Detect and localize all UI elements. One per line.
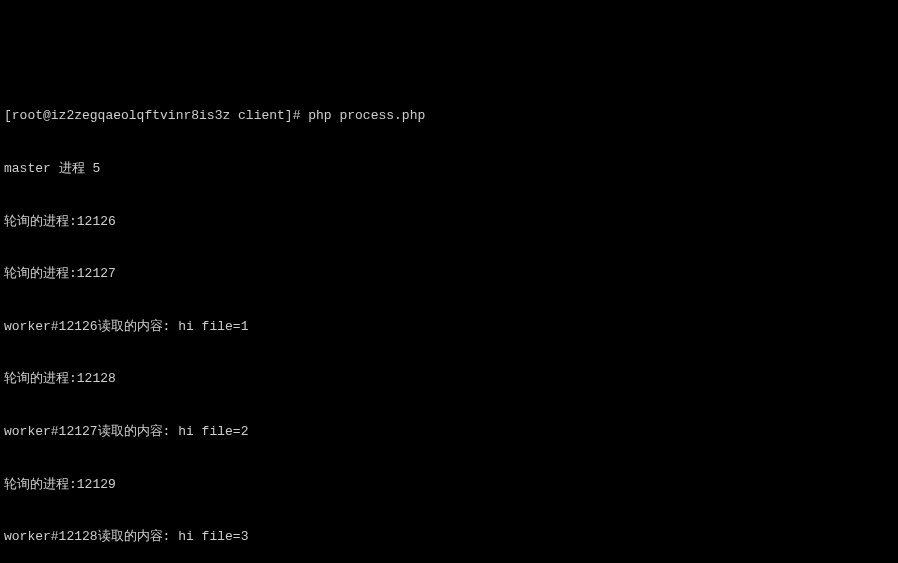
terminal-line: 轮询的进程:12127 (4, 265, 894, 283)
terminal-line: worker#12128读取的内容: hi file=3 (4, 528, 894, 546)
terminal-line: 轮询的进程:12126 (4, 213, 894, 231)
terminal-line: [root@iz2zegqaeolqftvinr8is3z client]# p… (4, 107, 894, 125)
terminal-line: 轮询的进程:12129 (4, 476, 894, 494)
terminal-line: worker#12126读取的内容: hi file=1 (4, 318, 894, 336)
terminal-line: master 进程 5 (4, 160, 894, 178)
terminal-line: 轮询的进程:12128 (4, 370, 894, 388)
terminal-line: worker#12127读取的内容: hi file=2 (4, 423, 894, 441)
terminal-output[interactable]: [root@iz2zegqaeolqftvinr8is3z client]# p… (4, 72, 894, 563)
